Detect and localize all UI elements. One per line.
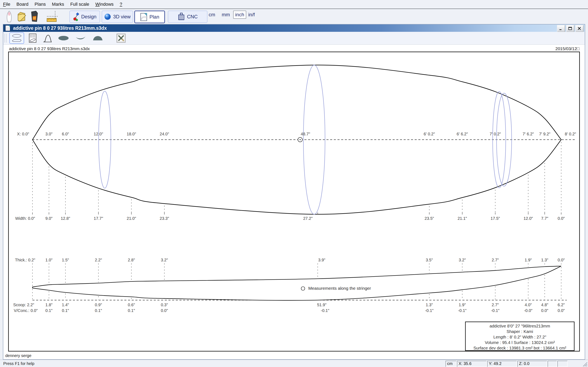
width-row-label: 7.7" (541, 216, 548, 221)
bottom-curve-tool[interactable] (73, 33, 88, 44)
menu-item-plans[interactable]: Plans (31, 2, 49, 7)
status-help-text: Press F1 for help (3, 361, 34, 366)
status-y-coordinate: Y: 49.2 (487, 361, 517, 367)
menu-item-board[interactable]: Board (13, 2, 31, 7)
menu-item-marks[interactable]: Marks (49, 2, 67, 7)
apex-curve-tool[interactable] (41, 33, 53, 44)
board-info-box: addictive 8'0" 27 "96litres213mmShaper :… (465, 322, 575, 351)
x-row-label: 12.0" (94, 132, 103, 136)
drawing-area: addictive pin 8 0 27 93litres R213mm.s3d… (3, 45, 585, 359)
minimize-button[interactable] (557, 25, 565, 32)
scoop-row-label: 1.8" (45, 303, 52, 307)
menu-item-windows[interactable]: Windows (92, 2, 117, 7)
scoop-row-label: 2.7" (492, 303, 499, 307)
plan-views-icon (11, 33, 22, 43)
vconc-row-label: 0.1" (128, 308, 135, 313)
cnc-mode-button[interactable]: CNC (168, 11, 208, 23)
new-board-icon[interactable] (4, 10, 14, 23)
full-scale-ruler-icon[interactable] (46, 10, 59, 23)
thick-row-label: 2.2" (95, 258, 102, 262)
3d-view-button-label: 3D view (113, 14, 130, 20)
author-name: dennery serge (5, 353, 31, 358)
vconc-row-label: -0.1" (321, 308, 329, 313)
vconc-row-label: -0.1" (425, 308, 434, 313)
slice-tool[interactable] (56, 33, 71, 44)
vconc-row-label: 0.1" (62, 308, 69, 313)
plan-button-label: Plan (149, 14, 159, 20)
width-row-label: 17.7" (94, 216, 103, 221)
menu-item-full-scale[interactable]: Full scale (67, 2, 92, 7)
app-window: FileBoardPlansMarksFull scaleWindows? (0, 0, 588, 367)
scoop-row-label: 6.2" (558, 303, 565, 307)
close-button[interactable] (575, 25, 584, 32)
status-z-coordinate: Z: 0.0 (517, 361, 547, 367)
vconc-row-label: -0.1" (491, 308, 500, 313)
unit-inch[interactable]: inch (233, 11, 246, 19)
main-toolbar: Design 3D view Plan (0, 9, 588, 24)
scoop-row-label: 1.4" (62, 303, 69, 307)
info-box-line: addictive 8'0" 27 "96litres213mm (466, 323, 574, 329)
menu-item-?[interactable]: ? (117, 2, 125, 7)
design-button-label: Design (81, 14, 96, 20)
unit-mm[interactable]: mm (222, 12, 230, 17)
open-folder-icon[interactable] (17, 10, 26, 23)
plan-mode-button[interactable]: Plan (134, 11, 165, 23)
info-box-line: Volume : 95.4 l Surface : 13024.2 cm² (466, 340, 574, 345)
status-x-coordinate: X: 35.6 (457, 361, 487, 367)
x-row-label: 6' 6.2" (457, 132, 468, 136)
width-row-label: 12.0" (523, 216, 533, 221)
scoop-row-label: 0.6" (128, 303, 135, 307)
width-row-label: 21.1" (458, 216, 467, 221)
scoop-row-label: 0.3" (161, 303, 168, 307)
3d-sphere-icon (104, 13, 111, 20)
x-row-label: 8' 0.2" (565, 132, 576, 136)
thick-row-label: 3.9" (318, 258, 325, 262)
unit-cm[interactable]: cm (209, 12, 215, 17)
resize-grip[interactable] (582, 361, 588, 367)
thick-row-label: 1.0" (45, 258, 52, 262)
deck-curve-tool[interactable] (91, 33, 105, 44)
x-row-label: 6.0" (62, 132, 69, 136)
board-document-window: addictive pin 8 0 27 93litres R213mm.s3d… (3, 24, 585, 360)
window-title: addictive pin 8 0 27 93litres R213mm.s3d… (13, 25, 107, 31)
status-bar: Press F1 for help cm X: 35.6 Y: 49.2 Z: … (0, 360, 588, 367)
thick-row-label: 3.5" (426, 258, 433, 262)
deck-curve-icon (92, 35, 103, 42)
cnc-button-label: CNC (187, 14, 198, 20)
vconc-row-label: 0.0" (558, 308, 565, 313)
thick-row-label: 0.0" (558, 258, 565, 262)
spec-sheet-tool[interactable] (27, 33, 38, 44)
thick-row-label: 1.9" (525, 258, 532, 262)
vconc-row-label: -0.0" (524, 308, 532, 313)
excel-export-tool[interactable] (115, 33, 127, 44)
width-row-label: 9.0" (45, 216, 52, 221)
width-row-label: 27.2" (303, 216, 312, 221)
thick-row-label: 1.5" (62, 258, 69, 262)
maximize-button[interactable] (566, 25, 574, 32)
design-mode-button[interactable]: Design (69, 11, 100, 23)
save-icon[interactable] (30, 10, 39, 23)
scoop-row-label: 1.9" (459, 303, 466, 307)
menu-item-file[interactable]: File (0, 2, 13, 7)
x-row-label: 24.0" (160, 132, 169, 136)
slice-icon (58, 35, 69, 41)
scoop-row-label: Scoop: 2.2" (13, 303, 34, 307)
vconc-row-label: 0.1" (95, 308, 102, 313)
3d-view-button[interactable]: 3D view (102, 11, 133, 23)
unit-inf[interactable]: in/f (248, 12, 255, 17)
width-row-label: 12.8" (61, 216, 70, 221)
document-title-bar[interactable]: addictive pin 8 0 27 93litres R213mm.s3d… (3, 25, 585, 32)
vconc-row-label: -0.1" (458, 308, 467, 313)
scoop-row-label: 4.0" (525, 303, 532, 307)
info-box-line: Shaper : Kami (466, 329, 574, 334)
x-row-label: 6' 0.2" (424, 132, 435, 136)
apex-curve-icon (43, 33, 52, 43)
cnc-machine-icon (178, 13, 185, 21)
width-row-label: 21.0" (127, 216, 136, 221)
plan-views-tool[interactable] (9, 33, 24, 44)
status-empty-panel-2 (557, 361, 568, 367)
toolbar-grip[interactable] (4, 34, 7, 43)
x-row-label: 7' 6.2" (522, 132, 534, 136)
scoop-row-label: 51.9" (317, 303, 327, 307)
width-row-label: 23.3" (160, 216, 169, 221)
